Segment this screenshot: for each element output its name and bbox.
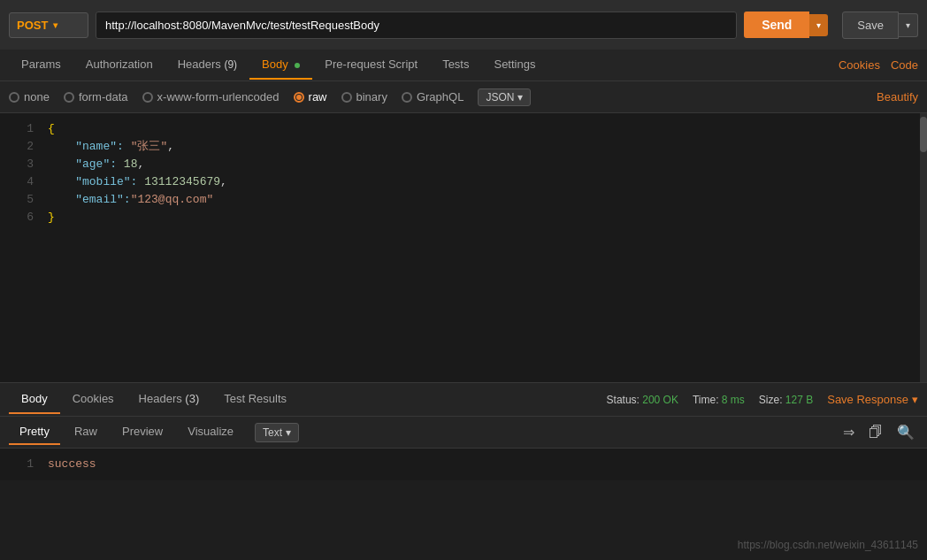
scrollbar-handle[interactable]	[920, 117, 927, 152]
status-label: Status: 200 OK	[607, 394, 678, 406]
response-meta: Status: 200 OK Time: 8 ms Size: 127 B Sa…	[607, 393, 918, 406]
beautify-button[interactable]: Beautify	[877, 90, 918, 104]
text-format-dropdown[interactable]: Text ▾	[255, 423, 299, 442]
time-label: Time: 8 ms	[693, 394, 745, 406]
method-chevron-icon: ▾	[53, 20, 57, 30]
resp-tab-cookies[interactable]: Cookies	[60, 385, 126, 414]
tab-headers[interactable]: Headers (9)	[165, 50, 249, 80]
code-line-2: 2 "name": "张三",	[0, 138, 927, 156]
save-response-button[interactable]: Save Response ▾	[827, 393, 918, 406]
resp-body-tab-preview[interactable]: Preview	[111, 419, 173, 445]
tab-prerequest[interactable]: Pre-request Script	[312, 50, 430, 80]
option-form-data[interactable]: form-data	[64, 90, 128, 104]
cookies-link[interactable]: Cookies	[839, 58, 880, 72]
option-graphql[interactable]: GraphQL	[402, 90, 464, 104]
size-label: Size: 127 B	[759, 394, 813, 406]
save-response-chevron-icon: ▾	[912, 393, 918, 406]
send-btn-group: Send ▾	[744, 12, 828, 38]
watermark: https://blog.csdn.net/weixin_43611145	[738, 539, 918, 551]
code-line-5: 5 "email":"123@qq.com"	[0, 191, 927, 209]
top-bar: POST ▾ Send ▾ Save ▾	[0, 0, 927, 50]
search-icon[interactable]: 🔍	[893, 420, 918, 444]
status-value: 200 OK	[642, 394, 678, 406]
resp-value: success	[48, 456, 96, 473]
response-tabs-bar: Body Cookies Headers (3) Test Results St…	[0, 383, 927, 417]
option-x-www-form-urlencoded[interactable]: x-www-form-urlencoded	[142, 90, 280, 104]
code-line-4: 4 "mobile": 13112345679,	[0, 173, 927, 191]
code-editor[interactable]: 1 { 2 "name": "张三", 3 "age": 18, 4 "mobi…	[0, 113, 927, 383]
code-line-3: 3 "age": 18,	[0, 156, 927, 173]
request-tabs-bar: Params Authorization Headers (9) Body Pr…	[0, 50, 927, 81]
option-raw[interactable]: raw	[294, 90, 327, 104]
text-format-label: Text	[263, 426, 282, 439]
radio-form-data-icon	[64, 92, 74, 103]
tab-tests[interactable]: Tests	[430, 50, 481, 80]
response-output: 1 success	[0, 449, 927, 480]
tab-authorization[interactable]: Authorization	[73, 50, 165, 80]
code-line-6: 6 }	[0, 209, 927, 226]
code-line-1: 1 {	[0, 120, 927, 138]
json-format-label: JSON	[486, 91, 514, 104]
method-dropdown[interactable]: POST ▾	[9, 12, 88, 38]
url-input[interactable]	[96, 12, 737, 39]
json-format-dropdown[interactable]: JSON ▾	[478, 88, 531, 106]
radio-graphql-icon	[402, 92, 412, 103]
method-label: POST	[17, 19, 48, 32]
tab-params[interactable]: Params	[9, 50, 73, 80]
radio-xwfu-icon	[142, 92, 153, 103]
text-chevron-icon: ▾	[286, 426, 291, 439]
option-none[interactable]: none	[9, 90, 50, 104]
time-value: 8 ms	[722, 394, 745, 406]
send-chevron-button[interactable]: ▾	[809, 14, 828, 36]
radio-binary-icon	[341, 92, 352, 103]
save-response-label: Save Response	[827, 393, 908, 406]
code-link[interactable]: Code	[891, 58, 918, 72]
radio-raw-icon	[294, 92, 304, 103]
radio-none-icon	[9, 92, 19, 103]
resp-tab-test-results[interactable]: Test Results	[211, 385, 299, 414]
resp-body-tab-visualize[interactable]: Visualize	[177, 419, 244, 445]
copy-icon[interactable]: 🗍	[865, 421, 886, 444]
body-options-bar: none form-data x-www-form-urlencoded raw…	[0, 81, 927, 113]
resp-line-num: 1	[9, 456, 34, 473]
response-icons: ⇒ 🗍 🔍	[839, 420, 918, 444]
resp-tab-body[interactable]: Body	[9, 385, 60, 414]
size-value: 127 B	[785, 394, 813, 406]
save-button[interactable]: Save	[842, 12, 899, 39]
save-btn-group: Save ▾	[842, 12, 918, 39]
resp-body-tab-raw[interactable]: Raw	[64, 419, 108, 445]
send-button[interactable]: Send	[744, 12, 809, 38]
tab-settings[interactable]: Settings	[481, 50, 548, 80]
tabs-right: Cookies Code	[839, 58, 918, 72]
resp-line-1: 1 success	[9, 456, 918, 473]
wrap-icon[interactable]: ⇒	[839, 420, 858, 444]
resp-tab-headers[interactable]: Headers (3)	[126, 385, 212, 414]
resp-body-tab-pretty[interactable]: Pretty	[9, 419, 60, 445]
save-chevron-button[interactable]: ▾	[899, 13, 918, 37]
vertical-scrollbar[interactable]	[920, 113, 927, 382]
tab-body[interactable]: Body	[249, 50, 312, 80]
option-binary[interactable]: binary	[341, 90, 387, 104]
response-body-tabs: Pretty Raw Preview Visualize Text ▾ ⇒ 🗍 …	[0, 417, 927, 449]
json-chevron-icon: ▾	[517, 91, 523, 104]
